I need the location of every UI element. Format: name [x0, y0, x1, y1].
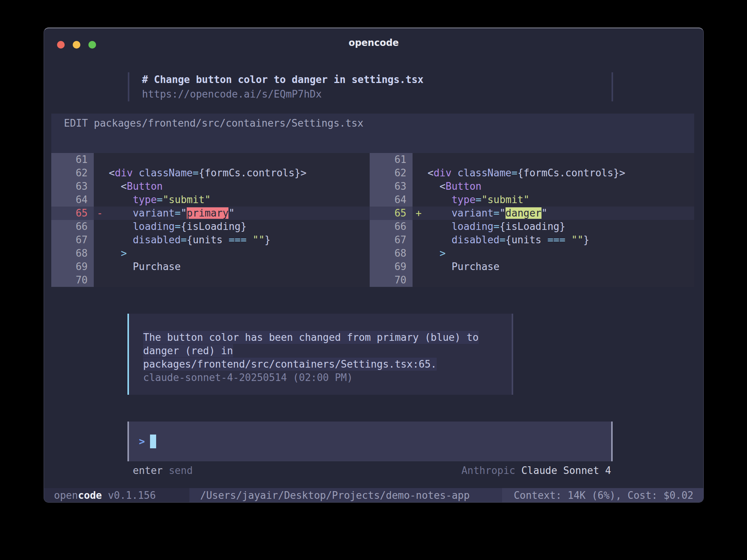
line-number: 70: [51, 273, 94, 287]
code-line: Purchase: [94, 260, 370, 273]
provider-name: Anthropic: [462, 465, 515, 476]
code-token: =: [157, 194, 163, 205]
code-token: {isLoading}: [499, 221, 565, 232]
diff-pane-old: <div className={formCs.controls}> <Butto…: [94, 153, 370, 287]
user-message-heading: # Change button color to danger in setti…: [142, 72, 424, 87]
line-number: 65: [370, 207, 413, 220]
model-name: Claude Sonnet 4: [521, 465, 611, 476]
assistant-message-line: The button color has been changed from p…: [143, 331, 506, 344]
line-number: 63: [370, 180, 413, 193]
code-token: {isLoading}: [181, 221, 246, 232]
code-line: >: [413, 247, 694, 260]
code-token: ": [541, 207, 548, 219]
code-token: {formCs.controls}>: [199, 167, 307, 179]
code-token: Purchase: [97, 261, 181, 272]
code-line: >: [94, 247, 370, 260]
code-line: [413, 273, 694, 287]
code-token: disabled: [452, 234, 499, 246]
message-border-left: [128, 72, 129, 101]
app-name-suffix: code: [78, 490, 102, 501]
assistant-accent-bar: [127, 314, 129, 395]
code-token: variant: [452, 207, 494, 219]
context-cost-indicator: Context: 14K (6%), Cost: $0.02: [502, 488, 703, 502]
code-token: "": [253, 234, 264, 246]
line-number: 64: [51, 193, 94, 207]
code-token: div: [434, 167, 452, 179]
prompt-input[interactable]: >: [129, 422, 611, 461]
code-line: [94, 273, 370, 287]
code-token: className: [458, 167, 512, 179]
code-token: >: [440, 247, 446, 259]
message-border-right: [612, 72, 613, 101]
prompt-meta-row: enter send Anthropic Claude Sonnet 4: [129, 464, 611, 477]
code-token: [416, 221, 452, 232]
code-line: [413, 153, 694, 166]
line-number: 64: [370, 193, 413, 207]
code-token: }: [583, 234, 589, 246]
code-token: =: [494, 207, 500, 219]
code-token: ===: [228, 234, 246, 246]
code-token: disabled: [133, 234, 181, 246]
window-title: opencode: [44, 37, 703, 48]
assistant-message-text: danger (red) in: [143, 344, 233, 357]
assistant-message-body: The button color has been changed from p…: [143, 331, 506, 384]
diff-pane-new: <div className={formCs.controls}> <Butto…: [413, 153, 694, 287]
code-line: + variant="danger": [413, 207, 694, 220]
code-line: disabled={units === ""}: [413, 233, 694, 247]
code-token: =: [476, 194, 482, 205]
assistant-message-line: claude-sonnet-4-20250514 (02:00 PM): [143, 371, 506, 384]
code-line: <Button: [413, 180, 694, 193]
status-bar: opencode v0.1.156 /Users/jayair/Desktop/…: [44, 488, 703, 502]
assistant-message-line: packages/frontend/src/containers/Setting…: [143, 358, 506, 371]
code-line: <div className={formCs.controls}>: [94, 166, 370, 180]
code-token: <: [416, 181, 445, 192]
code-token: Button: [127, 181, 163, 192]
code-token: {units: [506, 234, 548, 246]
line-number: 69: [370, 260, 413, 273]
code-token: className: [139, 167, 193, 179]
code-token: =: [175, 207, 181, 219]
code-line: <Button: [94, 180, 370, 193]
enter-key-label: enter: [133, 465, 163, 476]
opencode-window: opencode # Change button color to danger…: [44, 28, 704, 503]
line-number: 68: [370, 247, 413, 260]
line-number: 67: [51, 233, 94, 247]
code-token: variant: [133, 207, 175, 219]
diff-gutter-old: 61626364656667686970: [51, 153, 94, 287]
code-token: [565, 234, 571, 246]
code-token: <: [97, 181, 127, 192]
line-number: 68: [51, 247, 94, 260]
code-token: type: [452, 194, 476, 205]
share-link[interactable]: https://opencode.ai/s/EQmP7hDx: [142, 87, 322, 101]
app-version-segment: opencode v0.1.156: [44, 488, 189, 502]
code-token: [416, 194, 452, 205]
code-line: Purchase: [413, 260, 694, 273]
code-line: - variant="primary": [94, 207, 370, 220]
assistant-message-text: The button color has been changed from p…: [143, 331, 479, 344]
code-token: {units: [187, 234, 229, 246]
code-token: =: [511, 167, 517, 179]
code-token: ===: [547, 234, 565, 246]
code-token: [109, 207, 133, 219]
user-message: # Change button color to danger in setti…: [128, 72, 613, 101]
code-token: [97, 234, 133, 246]
code-line: loading={isLoading}: [94, 220, 370, 233]
code-token: [452, 167, 458, 179]
code-token: div: [115, 167, 133, 179]
code-token: =: [181, 234, 187, 246]
code-token: -: [97, 207, 109, 219]
line-number: 61: [370, 153, 413, 166]
prompt-area: >: [127, 422, 613, 461]
prompt-border-right: [611, 422, 613, 461]
send-action-label: [163, 465, 169, 476]
diff-view: 61626364656667686970 <div className={for…: [51, 153, 694, 287]
line-number: 70: [370, 273, 413, 287]
line-number: 66: [51, 220, 94, 233]
app-name-prefix: open: [54, 490, 78, 501]
code-line: type="submit": [94, 193, 370, 207]
code-token: [416, 234, 452, 246]
code-token: >: [121, 247, 127, 259]
code-token: <: [416, 167, 434, 179]
code-token: "submit": [481, 194, 529, 205]
model-name-space: [515, 465, 522, 476]
